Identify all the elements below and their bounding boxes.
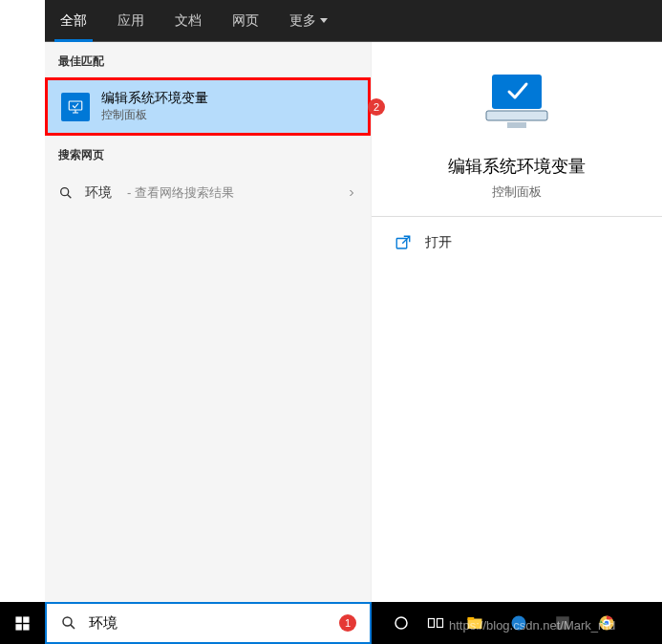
svg-rect-8 [15, 624, 21, 630]
svg-rect-12 [429, 619, 435, 628]
taskbar-app-chrome[interactable] [593, 610, 620, 636]
preview-subtitle: 控制面板 [387, 183, 647, 201]
search-tabs-bar: 全部 应用 文档 网页 更多 [0, 0, 662, 42]
section-web-search: 搜索网页 [45, 136, 371, 171]
web-suffix: - 查看网络搜索结果 [127, 184, 234, 202]
preview-icon [479, 73, 555, 138]
cortana-icon[interactable] [393, 614, 410, 632]
search-icon [60, 614, 77, 632]
taskbar-app-explorer[interactable] [461, 610, 488, 636]
start-button[interactable] [0, 602, 45, 644]
taskbar-search[interactable]: 1 [45, 602, 372, 644]
windows-icon [14, 615, 31, 632]
tab-label: 全部 [60, 12, 87, 30]
svg-rect-15 [468, 617, 475, 620]
tab-docs[interactable]: 文档 [160, 0, 217, 42]
taskbar: 1 https://blog.csdn.net/Mark_md [0, 602, 662, 644]
result-subtitle: 控制面板 [101, 107, 208, 123]
svg-rect-9 [23, 624, 29, 630]
svg-point-11 [395, 617, 407, 629]
preview-pane: 编辑系统环境变量 控制面板 打开 [372, 42, 662, 602]
tab-label: 更多 [289, 12, 316, 30]
svg-point-1 [61, 188, 69, 196]
tab-label: 网页 [232, 12, 259, 30]
tab-web[interactable]: 网页 [217, 0, 274, 42]
control-panel-icon [61, 93, 90, 121]
tab-more[interactable]: 更多 [274, 0, 343, 42]
svg-rect-0 [69, 101, 82, 110]
svg-point-10 [63, 617, 72, 626]
svg-rect-14 [468, 619, 482, 630]
svg-rect-13 [438, 619, 443, 628]
search-icon [58, 185, 74, 201]
open-label: 打开 [425, 234, 452, 251]
svg-rect-2 [492, 75, 542, 109]
svg-rect-7 [23, 616, 29, 622]
results-pane: 最佳匹配 编辑系统环境变量 控制面板 2 搜索网页 环境 - 查看网络搜索结果 [45, 42, 372, 602]
annotation-badge-1: 1 [339, 614, 356, 632]
chevron-right-icon [346, 187, 357, 199]
tab-apps[interactable]: 应用 [102, 0, 160, 42]
open-action[interactable]: 打开 [372, 225, 662, 261]
chevron-down-icon [320, 18, 328, 23]
search-input[interactable] [89, 615, 328, 632]
svg-rect-17 [556, 616, 569, 630]
preview-title: 编辑系统环境变量 [387, 155, 647, 178]
result-title: 编辑系统环境变量 [101, 90, 208, 107]
tab-all[interactable]: 全部 [45, 0, 102, 42]
taskbar-app-edge[interactable] [505, 610, 532, 636]
task-view-icon[interactable] [427, 614, 444, 632]
section-best-match: 最佳匹配 [45, 42, 371, 77]
annotation-badge-2: 2 [368, 98, 385, 116]
tab-label: 应用 [117, 12, 144, 30]
best-match-result[interactable]: 编辑系统环境变量 控制面板 2 [45, 77, 371, 136]
svg-rect-6 [15, 616, 21, 622]
svg-point-16 [512, 616, 526, 631]
tab-label: 文档 [175, 12, 202, 30]
open-icon [395, 234, 412, 251]
svg-rect-4 [507, 122, 526, 128]
web-search-result[interactable]: 环境 - 查看网络搜索结果 [45, 171, 371, 215]
svg-rect-3 [486, 111, 547, 120]
taskbar-app-unknown[interactable] [549, 610, 576, 636]
web-term: 环境 [85, 184, 112, 202]
